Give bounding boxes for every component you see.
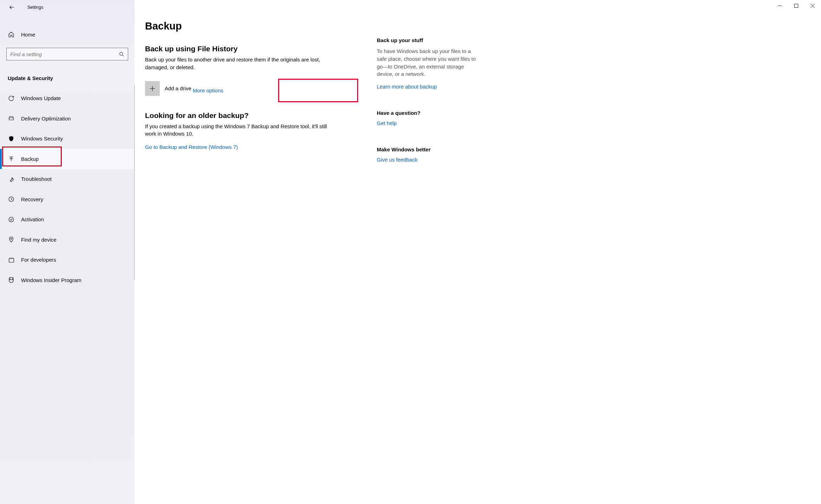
sidebar-item-delivery-optimization[interactable]: Delivery Optimization bbox=[0, 109, 134, 129]
svg-point-0 bbox=[120, 52, 123, 55]
sidebar-item-find-my-device[interactable]: Find my device bbox=[0, 230, 134, 250]
insider-icon bbox=[8, 277, 15, 283]
plus-icon bbox=[145, 81, 160, 96]
sidebar-item-label: Windows Insider Program bbox=[21, 277, 81, 283]
delivery-icon bbox=[8, 115, 15, 122]
get-help-link[interactable]: Get help bbox=[377, 120, 397, 126]
sidebar-item-label: For developers bbox=[21, 257, 56, 263]
tips-heading-question: Have a question? bbox=[377, 110, 482, 116]
maximize-button[interactable] bbox=[788, 0, 804, 11]
search-box[interactable] bbox=[6, 48, 128, 60]
sidebar-item-label: Windows Security bbox=[21, 136, 63, 142]
sidebar-item-windows-insider[interactable]: Windows Insider Program bbox=[0, 270, 134, 290]
feedback-link[interactable]: Give us feedback bbox=[377, 157, 418, 163]
sidebar-item-activation[interactable]: Activation bbox=[0, 209, 134, 230]
section-body-file-history: Back up your files to another drive and … bbox=[145, 56, 335, 71]
shield-icon bbox=[8, 136, 15, 142]
sidebar-home[interactable]: Home bbox=[0, 25, 134, 44]
main-content: Backup Back up using File History Back u… bbox=[134, 0, 821, 504]
annotation-highlight-sidebar bbox=[2, 146, 62, 166]
home-icon bbox=[8, 31, 15, 38]
sidebar-item-label: Delivery Optimization bbox=[21, 116, 71, 122]
learn-more-link[interactable]: Learn more about backup bbox=[377, 84, 437, 90]
svg-point-3 bbox=[11, 238, 12, 240]
nav-list: Windows Update Delivery Optimization Win… bbox=[0, 88, 134, 290]
category-header: Update & Security bbox=[8, 75, 134, 81]
window-controls bbox=[771, 0, 821, 11]
sidebar-item-windows-security[interactable]: Windows Security bbox=[0, 129, 134, 149]
sidebar-item-recovery[interactable]: Recovery bbox=[0, 189, 134, 210]
svg-point-5 bbox=[10, 279, 11, 280]
sidebar-item-label: Activation bbox=[21, 216, 44, 222]
svg-rect-4 bbox=[9, 258, 14, 262]
close-button[interactable] bbox=[804, 0, 821, 11]
home-label: Home bbox=[21, 32, 35, 38]
sidebar: Settings Home Update & Security Windows … bbox=[0, 0, 134, 504]
goto-backup-restore-link[interactable]: Go to Backup and Restore (Windows 7) bbox=[145, 144, 238, 150]
recovery-icon bbox=[8, 196, 15, 202]
tips-body-backup: To have Windows back up your files to a … bbox=[377, 47, 482, 78]
back-button[interactable] bbox=[7, 2, 17, 12]
more-options-link[interactable]: More options bbox=[193, 87, 223, 93]
section-body-older-backup: If you created a backup using the Window… bbox=[145, 123, 335, 138]
page-title: Backup bbox=[145, 20, 366, 32]
sidebar-item-label: Windows Update bbox=[21, 95, 61, 101]
titlebar: Settings bbox=[0, 0, 134, 15]
svg-point-2 bbox=[9, 217, 14, 222]
sidebar-item-label: Find my device bbox=[21, 237, 57, 243]
tips-heading-backup: Back up your stuff bbox=[377, 37, 482, 43]
search-input[interactable] bbox=[10, 51, 119, 57]
sync-icon bbox=[8, 95, 15, 102]
check-circle-icon bbox=[8, 216, 15, 223]
tips-heading-feedback: Make Windows better bbox=[377, 146, 482, 152]
sidebar-item-for-developers[interactable]: For developers bbox=[0, 250, 134, 270]
minimize-button[interactable] bbox=[771, 0, 788, 11]
wrench-icon bbox=[8, 176, 15, 182]
search-icon bbox=[119, 52, 124, 57]
annotation-highlight-add-drive bbox=[278, 79, 358, 102]
developers-icon bbox=[8, 257, 15, 263]
app-title: Settings bbox=[27, 5, 43, 10]
sidebar-item-label: Troubleshoot bbox=[21, 176, 52, 182]
sidebar-item-windows-update[interactable]: Windows Update bbox=[0, 88, 134, 109]
section-heading-older-backup: Looking for an older backup? bbox=[145, 111, 366, 120]
sidebar-item-troubleshoot[interactable]: Troubleshoot bbox=[0, 169, 134, 189]
section-heading-file-history: Back up using File History bbox=[145, 45, 366, 53]
svg-point-6 bbox=[12, 279, 13, 280]
location-icon bbox=[8, 236, 15, 243]
add-drive-button[interactable]: Add a drive bbox=[145, 80, 191, 97]
svg-rect-7 bbox=[795, 4, 798, 7]
sidebar-item-label: Recovery bbox=[21, 196, 43, 202]
tips-column: Back up your stuff To have Windows back … bbox=[377, 20, 482, 504]
add-drive-label: Add a drive bbox=[165, 85, 191, 91]
